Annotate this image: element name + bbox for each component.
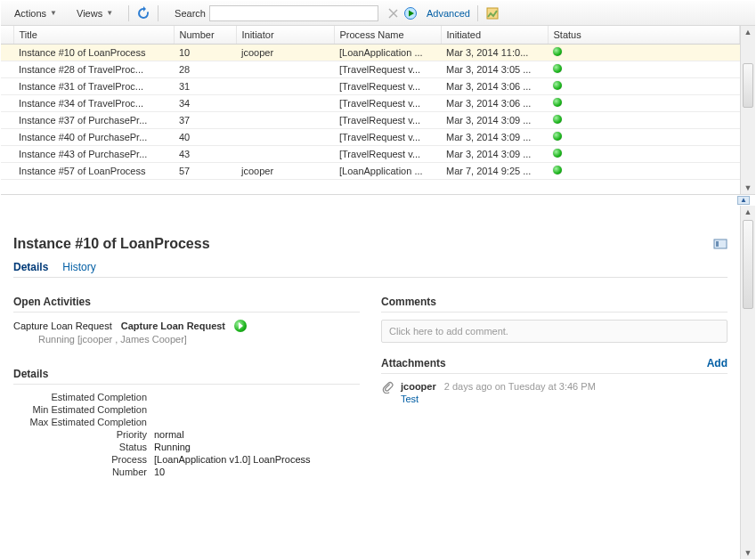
cell-initiated: Mar 3, 2014 3:09 ... xyxy=(441,112,548,129)
refresh-icon[interactable] xyxy=(136,6,150,20)
clear-search-icon[interactable] xyxy=(386,6,400,20)
col-status[interactable]: Status xyxy=(548,26,740,45)
table-scrollbar[interactable]: ▲ ▼ xyxy=(740,26,755,194)
kv-row: Prioritynormal xyxy=(13,429,360,440)
kv-row: Max Estimated Completion xyxy=(13,417,360,427)
attachment-link[interactable]: Test xyxy=(401,394,596,404)
views-label: Views xyxy=(77,8,102,19)
kv-key: Number xyxy=(13,467,147,477)
cell-process-name: [TravelRequest v... xyxy=(334,146,441,163)
kv-val: normal xyxy=(154,429,184,440)
table-row[interactable]: Instance #40 of PurchasePr...40[TravelRe… xyxy=(1,129,740,146)
status-dot-icon xyxy=(553,115,562,124)
tab-details[interactable]: Details xyxy=(13,261,48,273)
cell-title: Instance #34 of TravelProc... xyxy=(13,95,174,112)
kv-row: Estimated Completion xyxy=(13,392,360,402)
cell-initiated: Mar 7, 2014 9:25 ... xyxy=(441,163,548,180)
cell-process-name: [TravelRequest v... xyxy=(334,78,441,95)
detail-tabs: Details History xyxy=(13,261,728,278)
scroll-up-icon[interactable]: ▲ xyxy=(744,207,752,216)
row-spacer xyxy=(1,129,13,146)
actions-menu-button[interactable]: Actions ▼ xyxy=(6,5,65,21)
table-row[interactable]: Instance #31 of TravelProc...31[TravelRe… xyxy=(1,78,740,95)
scroll-track[interactable] xyxy=(741,37,755,183)
table-row[interactable]: Instance #43 of PurchasePr...43[TravelRe… xyxy=(1,146,740,163)
advanced-link[interactable]: Advanced xyxy=(427,8,470,19)
cell-status xyxy=(548,45,740,61)
col-title[interactable]: Title xyxy=(13,26,174,45)
table-row[interactable]: Instance #37 of PurchasePr...37[TravelRe… xyxy=(1,112,740,129)
scroll-up-icon[interactable]: ▲ xyxy=(744,28,752,37)
cell-status xyxy=(548,61,740,78)
kv-key: Status xyxy=(13,442,147,452)
scroll-track[interactable] xyxy=(741,216,755,548)
col-spacer xyxy=(1,26,13,45)
activity-sub-text: Running [jcooper , James Cooper] xyxy=(13,334,360,345)
toolbar-separator xyxy=(128,5,129,21)
scroll-thumb[interactable] xyxy=(743,220,753,309)
cell-number: 40 xyxy=(174,129,236,146)
cell-title: Instance #57 of LoanProcess xyxy=(13,163,174,180)
col-initiated[interactable]: Initiated xyxy=(441,26,548,45)
row-spacer xyxy=(1,61,13,78)
add-attachment-link[interactable]: Add xyxy=(707,357,728,369)
cell-status xyxy=(548,112,740,129)
table-row[interactable]: Instance #28 of TravelProc...28[TravelRe… xyxy=(1,61,740,78)
cell-number: 28 xyxy=(174,61,236,78)
app-root: Actions ▼ Views ▼ Search Advanced xyxy=(0,0,756,560)
detail-content: Instance #10 of LoanProcess Details Hist… xyxy=(1,206,740,559)
instance-table-wrap: Title Number Initiator Process Name Init… xyxy=(1,26,740,194)
row-spacer xyxy=(1,78,13,95)
right-column: Comments Click here to add comment. Atta… xyxy=(381,290,728,479)
left-column: Open Activities Capture Loan Request Cap… xyxy=(13,290,360,479)
cell-number: 43 xyxy=(174,146,236,163)
caret-down-icon: ▼ xyxy=(106,9,113,17)
views-menu-button[interactable]: Views ▼ xyxy=(69,5,121,21)
cell-title: Instance #43 of PurchasePr... xyxy=(13,146,174,163)
cell-initiated: Mar 3, 2014 11:0... xyxy=(441,45,548,61)
cell-initiator xyxy=(236,146,334,163)
cell-initiator xyxy=(236,112,334,129)
col-process-name[interactable]: Process Name xyxy=(334,26,441,45)
row-spacer xyxy=(1,112,13,129)
paperclip-icon xyxy=(381,381,394,395)
cell-initiated: Mar 3, 2014 3:06 ... xyxy=(441,95,548,112)
tab-history[interactable]: History xyxy=(62,261,95,273)
search-input[interactable] xyxy=(209,5,378,21)
cell-initiator xyxy=(236,129,334,146)
collapse-up-icon[interactable]: ▲ xyxy=(737,196,750,205)
cell-number: 10 xyxy=(174,45,236,61)
splitter-bar[interactable]: ▲ xyxy=(1,195,755,206)
col-initiator[interactable]: Initiator xyxy=(236,26,334,45)
comment-input[interactable]: Click here to add comment. xyxy=(381,320,728,343)
col-number[interactable]: Number xyxy=(174,26,236,45)
cell-process-name: [TravelRequest v... xyxy=(334,129,441,146)
toolbar: Actions ▼ Views ▼ Search Advanced xyxy=(1,1,755,26)
scroll-down-icon[interactable]: ▼ xyxy=(744,183,752,192)
cell-title: Instance #37 of PurchasePr... xyxy=(13,112,174,129)
detail-scrollbar[interactable]: ▲ ▼ xyxy=(740,206,755,559)
kv-key: Estimated Completion xyxy=(13,392,147,402)
attachment-meta: 2 days ago on Tuesday at 3:46 PM xyxy=(444,381,596,392)
table-row[interactable]: Instance #34 of TravelProc...34[TravelRe… xyxy=(1,95,740,112)
actions-label: Actions xyxy=(14,8,46,19)
activity-name: Capture Loan Request xyxy=(13,321,112,331)
attachment-info: jcooper 2 days ago on Tuesday at 3:46 PM… xyxy=(401,381,596,404)
cell-title: Instance #28 of TravelProc... xyxy=(13,61,174,78)
status-dot-icon xyxy=(553,47,562,56)
detail-action-icon[interactable] xyxy=(713,237,728,251)
scroll-down-icon[interactable]: ▼ xyxy=(744,548,752,557)
status-dot-icon xyxy=(553,98,562,107)
run-search-icon[interactable] xyxy=(403,6,418,20)
table-row[interactable]: Instance #10 of LoanProcess10jcooper[Loa… xyxy=(1,45,740,61)
kv-val: 10 xyxy=(154,467,165,477)
table-row[interactable]: Instance #57 of LoanProcess57jcooper[Loa… xyxy=(1,163,740,180)
instance-table-pane: Title Number Initiator Process Name Init… xyxy=(1,26,755,195)
play-icon[interactable] xyxy=(234,320,247,332)
status-dot-icon xyxy=(553,149,562,158)
report-icon[interactable] xyxy=(485,6,500,20)
activity-row[interactable]: Capture Loan Request Capture Loan Reques… xyxy=(13,320,360,332)
attachments-heading: Attachments xyxy=(381,357,446,369)
scroll-thumb[interactable] xyxy=(743,63,753,108)
attachment-row: jcooper 2 days ago on Tuesday at 3:46 PM… xyxy=(381,381,728,404)
